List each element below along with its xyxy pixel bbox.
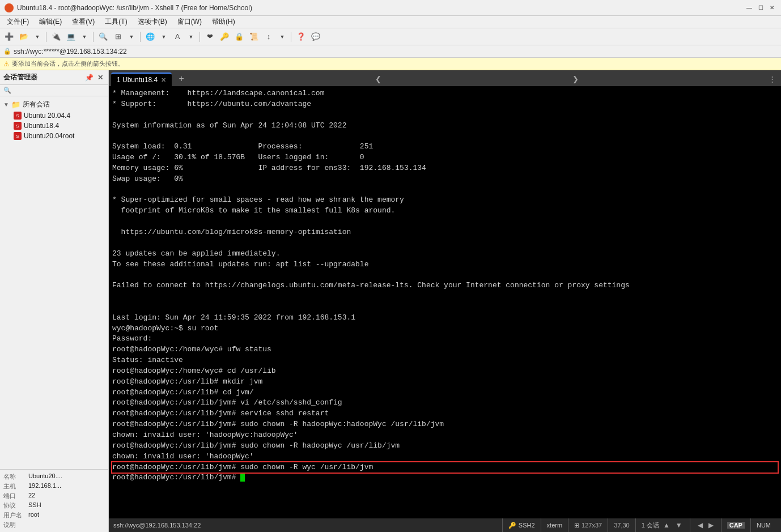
- info-row-port: 端口 22: [3, 491, 105, 501]
- toolbar-grid-dropdown[interactable]: ▼: [126, 31, 137, 43]
- toolbar-font-dropdown[interactable]: ▼: [185, 31, 197, 43]
- toolbar-globe-dropdown[interactable]: ▼: [158, 31, 169, 43]
- toolbar-open-dropdown[interactable]: ▼: [32, 31, 43, 43]
- toolbar-favorites[interactable]: ❤: [203, 31, 217, 43]
- menu-view[interactable]: 查看(V): [67, 16, 99, 28]
- tree-item-ubuntu184[interactable]: S Ubuntu18.4: [0, 121, 108, 131]
- toolbar-key[interactable]: 🔑: [218, 31, 231, 43]
- ssh-icon: 🔑: [508, 522, 516, 529]
- toolbar-new[interactable]: ➕: [2, 31, 16, 43]
- toolbar-search[interactable]: 🔍: [96, 31, 110, 43]
- toolbar-terminal-dropdown[interactable]: ▼: [79, 31, 90, 43]
- toolbar-open[interactable]: 📂: [17, 31, 31, 43]
- tab-next-button[interactable]: ❯: [569, 73, 581, 85]
- sidebar-close-button[interactable]: ✕: [96, 73, 105, 82]
- sidebar: 会话管理器 📌 ✕ 🔍 ▼ 📁 所有会话 S Ubuntu 20.04.4 S …: [0, 70, 109, 532]
- toolbar-lock[interactable]: 🔒: [232, 31, 246, 43]
- info-value-name: Ubuntu20....: [28, 473, 62, 481]
- term-line-28: root@hadoopWyc:/usr/lib# cd jvm/: [112, 388, 778, 398]
- toolbar-globe[interactable]: 🌐: [143, 31, 157, 43]
- sidebar-tree: ▼ 📁 所有会话 S Ubuntu 20.04.4 S Ubuntu18.4 S…: [0, 96, 108, 469]
- tab-prev-button[interactable]: ❮: [372, 73, 385, 85]
- lock-icon: 🔒: [3, 48, 11, 55]
- toolbar-transfer[interactable]: ↕: [262, 31, 275, 43]
- status-bar: ssh://wyc@192.168.153.134:22 🔑 SSH2 xter…: [109, 518, 781, 532]
- term-line-1: * Support: https://ubuntu.com/advantage: [112, 99, 778, 110]
- tab-menu-button[interactable]: ⋮: [766, 73, 779, 85]
- term-line-9: [112, 185, 778, 195]
- term-line-25: Status: inactive: [112, 355, 778, 366]
- server-icon-2: S: [14, 122, 22, 130]
- folder-icon: 📁: [11, 100, 20, 109]
- info-label-host: 主机: [3, 482, 25, 491]
- close-button[interactable]: ✕: [767, 3, 776, 12]
- menu-tabs[interactable]: 选项卡(B): [133, 16, 172, 28]
- term-line-17: [112, 270, 778, 280]
- tab-close-ubuntu184[interactable]: ✕: [161, 76, 166, 84]
- status-prev-button[interactable]: ◀: [696, 521, 704, 529]
- term-line-12: [112, 216, 778, 227]
- tree-item-all-sessions[interactable]: ▼ 📁 所有会话: [0, 99, 108, 110]
- search-input[interactable]: [14, 87, 105, 94]
- menu-file[interactable]: 文件(F): [2, 16, 33, 28]
- terminal-area: 1 Ubuntu18.4 ✕ + ❮ ❯ ⋮ * Management: htt…: [109, 70, 781, 532]
- term-line-34: chown: invalid user: 'hadoopWyc': [112, 452, 778, 462]
- minimize-button[interactable]: —: [745, 3, 754, 12]
- sidebar-search-bar: 🔍: [0, 85, 108, 96]
- sessions-up-button[interactable]: ▲: [661, 521, 672, 529]
- menu-edit[interactable]: 编辑(E): [35, 16, 66, 28]
- info-label-desc: 说明: [3, 521, 25, 529]
- term-line-2: [112, 110, 778, 121]
- term-line-3: System information as of Sun Apr 24 12:0…: [112, 121, 778, 131]
- sessions-down-button[interactable]: ▼: [674, 521, 684, 529]
- toolbar-chat[interactable]: 💬: [309, 31, 322, 43]
- maximize-button[interactable]: ☐: [756, 3, 765, 12]
- server-icon-3: S: [14, 132, 22, 140]
- term-line-16: To see these additional updates run: apt…: [112, 259, 778, 270]
- toolbar-terminal[interactable]: 💻: [64, 31, 78, 43]
- status-position: 37,30: [608, 518, 635, 532]
- sidebar-pin-button[interactable]: 📌: [84, 73, 94, 82]
- status-dimensions-label: ⊞: [574, 522, 579, 529]
- info-row-host: 主机 192.168.1...: [3, 482, 105, 491]
- tab-add-button[interactable]: +: [175, 73, 188, 85]
- menu-window[interactable]: 窗口(W): [173, 16, 206, 28]
- term-line-29: root@hadoopWyc:/usr/lib/jvm# vi /etc/ssh…: [112, 398, 778, 408]
- tree-item-ubuntu2004root[interactable]: S Ubuntu20.04root: [0, 131, 108, 141]
- toolbar-transfer-dropdown[interactable]: ▼: [277, 31, 288, 43]
- main-area: 会话管理器 📌 ✕ 🔍 ▼ 📁 所有会话 S Ubuntu 20.04.4 S …: [0, 70, 781, 532]
- info-value-port: 22: [28, 492, 35, 500]
- term-line-4: [112, 131, 778, 142]
- tree-item-ubuntu2004[interactable]: S Ubuntu 20.04.4: [0, 110, 108, 121]
- toolbar-script[interactable]: 📜: [247, 31, 261, 43]
- status-ssh-label: SSH2: [519, 522, 535, 529]
- info-row-name: 名称 Ubuntu20....: [3, 472, 105, 482]
- toolbar-connect[interactable]: 🔌: [49, 31, 63, 43]
- term-line-18: Failed to connect to https://changelogs.…: [112, 280, 778, 291]
- term-line-30: root@hadoopWyc:/usr/lib/jvm# service ssh…: [112, 408, 778, 419]
- info-row-desc: 说明: [3, 520, 105, 530]
- toolbar-grid[interactable]: ⊞: [111, 31, 125, 43]
- status-xterm-label: xterm: [547, 522, 563, 529]
- info-panel: 名称 Ubuntu20.... 主机 192.168.1... 端口 22 协议…: [0, 469, 108, 532]
- terminal[interactable]: * Management: https://landscape.canonica…: [109, 86, 781, 518]
- menu-bar: 文件(F) 编辑(E) 查看(V) 工具(T) 选项卡(B) 窗口(W) 帮助(…: [0, 16, 781, 28]
- term-line-24: root@hadoopWyc:/home/wyc# ufw status: [112, 344, 778, 355]
- status-cap: CAP: [721, 518, 750, 532]
- window-controls[interactable]: — ☐ ✕: [745, 3, 776, 12]
- toolbar-help[interactable]: ❓: [294, 31, 308, 43]
- term-line-5: System load: 0.31 Processes: 251: [112, 142, 778, 152]
- info-value-username: root: [28, 511, 39, 520]
- term-line-11: footprint of MicroK8s to make it the sma…: [112, 206, 778, 216]
- tab-ubuntu184[interactable]: 1 Ubuntu18.4 ✕: [111, 73, 172, 86]
- menu-help[interactable]: 帮助(H): [207, 16, 240, 28]
- server-icon-1: S: [14, 112, 22, 120]
- toolbar-font[interactable]: A: [171, 31, 184, 43]
- expand-icon: ▼: [3, 101, 9, 108]
- tree-root-label: 所有会话: [23, 100, 50, 109]
- address-text: ssh://wyc:******@192.168.153.134:22: [14, 48, 127, 56]
- status-next-button[interactable]: ▶: [707, 521, 715, 529]
- tree-label-ubuntu2004: Ubuntu 20.04.4: [24, 112, 70, 120]
- menu-tools[interactable]: 工具(T): [100, 16, 131, 28]
- status-xterm: xterm: [541, 518, 568, 532]
